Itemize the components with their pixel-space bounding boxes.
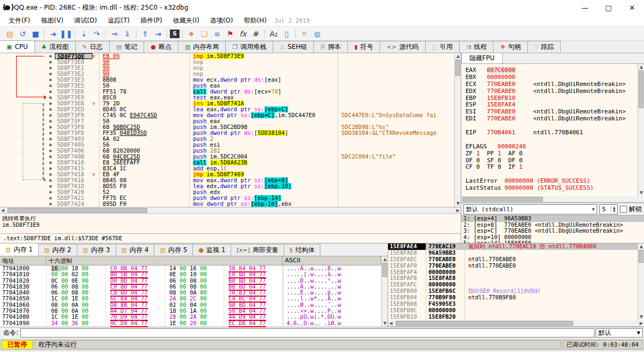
- pause-icon[interactable]: ❚❚: [60, 28, 72, 39]
- breakpoint-dot[interactable]: ●: [46, 160, 55, 166]
- tab-symbols[interactable]: ▮符号: [347, 41, 380, 53]
- tab-script[interactable]: ⎘脚本: [313, 41, 348, 53]
- breakpoint-dot[interactable]: ●: [46, 136, 55, 142]
- stepper-arrows-icon[interactable]: ▲▼: [611, 206, 617, 212]
- tab-breakpoints[interactable]: ●断点: [144, 41, 178, 53]
- tab-handles[interactable]: ❖句柄: [493, 41, 528, 53]
- tab-memory-map[interactable]: ▥内存布局: [178, 41, 226, 53]
- restart-icon[interactable]: ↺: [17, 28, 28, 39]
- breakpoint-dot[interactable]: ●: [46, 142, 55, 148]
- stack-row[interactable]: 15E8FAE896A59BB3: [388, 250, 638, 256]
- disasm-horizontal-scrollbar[interactable]: ◀ ▶: [0, 207, 461, 214]
- internet-icon[interactable]: ◍: [311, 28, 323, 39]
- stack-row[interactable]: 15E8FB0015E8FB6C指向SEH_Record[1]的指针: [388, 288, 638, 294]
- breakpoint-dot[interactable]: ●: [46, 77, 55, 83]
- menu-item[interactable]: 文件(F): [3, 15, 35, 26]
- stack-row[interactable]: 15E8FB0C00000000: [388, 307, 638, 314]
- tab-struct[interactable]: §结构体: [284, 244, 321, 256]
- breakpoint-dot[interactable]: ●: [46, 130, 55, 136]
- hide-fpu-button[interactable]: 隐藏FPU: [461, 53, 503, 64]
- stack-row[interactable]: 15E8FB08F45905E3: [388, 301, 638, 307]
- disasm-row[interactable]: ●5D8F7424895D F0mov dword ptr ss:[ebp-10…: [0, 201, 454, 207]
- breakpoint-dot[interactable]: ●: [46, 83, 55, 89]
- breakpoint-dot[interactable]: ●: [46, 100, 55, 106]
- breakpoint-dot[interactable]: ●: [46, 106, 55, 112]
- step-into-icon[interactable]: ⇣: [78, 28, 90, 39]
- tab-dump-2[interactable]: ▥内存 2: [38, 244, 77, 256]
- argument-row[interactable]: 5: [esp+14] 15E8FAE8: [461, 240, 644, 243]
- calculator-icon[interactable]: ⌗: [298, 28, 310, 39]
- tab-seh[interactable]: ⚠SEH链: [273, 41, 314, 53]
- stack-row[interactable]: 15E8FB1015E8FB20: [388, 314, 638, 320]
- stack-row[interactable]: 15E8FAF400000000: [388, 269, 638, 276]
- stack-row[interactable]: 15E8FB04770B9F80ntdll.770B9F80: [388, 294, 638, 301]
- breakpoint-dot[interactable]: ●: [46, 53, 55, 59]
- calling-convention-select[interactable]: 默认 (stdcall) ▼: [463, 204, 597, 214]
- hash-icon[interactable]: #: [250, 28, 262, 39]
- tab-source[interactable]: <>源代码: [380, 41, 425, 53]
- comment-icon[interactable]: ❏: [198, 28, 210, 39]
- tab-call-stack[interactable]: ❐调用堆栈: [225, 41, 273, 53]
- tab-dump-4[interactable]: ▥内存 4: [116, 244, 155, 256]
- dump-row[interactable]: 7704109034 00 36 000C D9 04 771E 00 20 0…: [0, 320, 381, 326]
- tab-trace[interactable]: ∵跟踪: [527, 41, 561, 53]
- dump-vertical-scrollbar[interactable]: ▲ ▼: [381, 256, 388, 327]
- tab-dump-3[interactable]: ▥内存 3: [77, 244, 116, 256]
- tab-locals[interactable]: [x=]局部变量: [231, 244, 284, 256]
- breakpoint-dot[interactable]: ●: [46, 118, 55, 124]
- tab-watch-1[interactable]: ●监视 1: [192, 244, 231, 256]
- patch-icon[interactable]: ⬥: [185, 28, 197, 39]
- stack-vertical-scrollbar[interactable]: ▲ ▼: [638, 243, 644, 320]
- close-button[interactable]: ✕: [620, 0, 644, 15]
- breakpoint-dot[interactable]: ●: [46, 166, 55, 171]
- tab-references[interactable]: ◌引用: [425, 41, 460, 53]
- font-icon[interactable]: A₂: [268, 28, 280, 39]
- menu-item[interactable]: 选项(O): [205, 15, 239, 26]
- run-to-selection-icon[interactable]: ⇒: [109, 28, 120, 39]
- menu-item[interactable]: 视图(V): [35, 15, 69, 26]
- stop-icon[interactable]: ■: [30, 28, 41, 39]
- breakpoint-dot[interactable]: ●: [46, 189, 55, 195]
- step-down-icon[interactable]: ⇓: [121, 28, 133, 39]
- breakpoint-dot[interactable]: ●: [46, 65, 55, 71]
- menu-item[interactable]: 帮助(H): [238, 15, 271, 26]
- breakpoint-dot[interactable]: ●: [46, 89, 55, 95]
- breakpoint-dot[interactable]: ●: [46, 201, 55, 207]
- tab-graph[interactable]: ♣流程图: [34, 41, 76, 53]
- tab-cpu[interactable]: ▣CPU: [0, 40, 35, 53]
- menu-item[interactable]: 追踪(T): [102, 15, 135, 26]
- registers-horizontal-scrollbar[interactable]: [461, 196, 644, 203]
- menu-item[interactable]: 收藏夹(I): [168, 15, 205, 26]
- tab-notes[interactable]: ▤笔记: [109, 41, 144, 53]
- menu-item[interactable]: 调试(D): [69, 15, 103, 26]
- registers-vertical-scrollbar[interactable]: ▲ ▼: [638, 64, 644, 196]
- maximize-button[interactable]: □: [597, 0, 620, 15]
- remote-icon[interactable]: ▯: [281, 28, 292, 39]
- memory-map-icon[interactable]: ≡: [211, 28, 223, 39]
- breakpoint-dot[interactable]: ●: [46, 148, 55, 154]
- breakpoint-dot[interactable]: ●: [46, 71, 55, 77]
- stack-row[interactable]: 15E8FAEC770EABE0ntdll.770EABE0: [388, 256, 638, 263]
- breakpoint-dot[interactable]: ●: [46, 112, 55, 118]
- stack-horizontal-scrollbar[interactable]: ◀ ▶: [388, 320, 644, 327]
- scylla-icon[interactable]: S: [170, 30, 180, 38]
- command-input[interactable]: [20, 328, 595, 337]
- breakpoint-dot[interactable]: ●: [46, 154, 55, 160]
- tab-dump-1[interactable]: ▥内存 1: [0, 243, 39, 256]
- unlock-checkbox[interactable]: [620, 206, 627, 213]
- breakpoint-dot[interactable]: ●: [46, 59, 55, 65]
- command-script-select[interactable]: 默认 ▼: [596, 328, 643, 337]
- argument-row[interactable]: 1: [esp+4] 96A59BB3: [461, 215, 644, 222]
- open-file-icon[interactable]: ▨: [4, 28, 16, 39]
- run-to-user-code-icon[interactable]: ⇥: [152, 28, 164, 39]
- breakpoint-dot[interactable]: ●: [46, 124, 55, 130]
- menu-item[interactable]: 插件(P): [135, 15, 168, 26]
- arg-count-stepper[interactable]: 5 ▲▼: [599, 204, 618, 214]
- run-icon[interactable]: ➜: [47, 28, 59, 39]
- step-over-icon[interactable]: ↷: [91, 28, 103, 39]
- breakpoint-dot[interactable]: ●: [46, 183, 55, 189]
- disasm-vertical-scrollbar[interactable]: ▲ ▼: [454, 53, 461, 207]
- tab-log[interactable]: ✎日志: [75, 41, 110, 53]
- minimize-button[interactable]: —: [573, 0, 597, 15]
- breakpoint-dot[interactable]: ●: [46, 195, 55, 201]
